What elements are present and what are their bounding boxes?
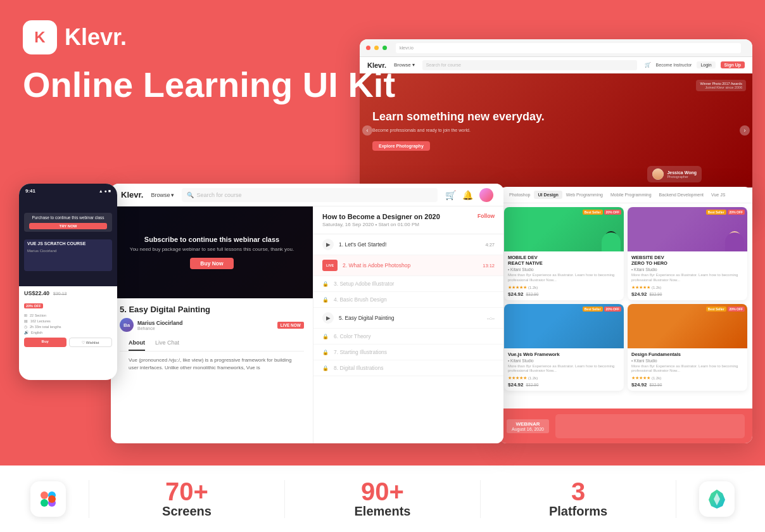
screens-stat: 70+ Screens xyxy=(104,479,269,519)
app-lesson-header: Follow How to Become a Designer on 2020 … xyxy=(313,206,503,234)
search-icon: 🔍 xyxy=(187,192,194,198)
bestseller-badge-4: Best Seller xyxy=(706,307,726,312)
buy-now-btn[interactable]: Buy Now xyxy=(190,258,233,269)
lesson-item-8[interactable]: 🔒 8. Digital Illustrations xyxy=(313,360,503,376)
screens-number: 70+ xyxy=(104,479,269,504)
mobile-price-old: $30.13 xyxy=(53,291,66,296)
app-lessons-panel: Follow How to Become a Designer on 2020 … xyxy=(313,206,503,443)
svg-point-4 xyxy=(48,495,56,503)
cart-icon[interactable]: 🛒 xyxy=(445,190,456,200)
mobile-meta-length: ◷ 2h 33m total lengths xyxy=(24,324,112,329)
lesson-item-3[interactable]: 🔒 3. Setup Adobe Illustrator xyxy=(313,276,503,292)
app-author-company: Behance xyxy=(137,326,274,331)
browser-hero-person: Jessica Wong Photographer xyxy=(647,166,702,182)
user-avatar[interactable] xyxy=(479,188,493,202)
browser-hero-award: Winner Photo 2017 Awards Joined Klevr si… xyxy=(696,80,746,91)
svg-rect-0 xyxy=(41,491,48,499)
app-browse-btn[interactable]: Browse ▾ xyxy=(151,192,174,198)
course-card-1[interactable]: Best Seller 20% OFF MOBILE DEVREACT NATI… xyxy=(504,207,624,300)
subscribe-title: Subscribe to continue this webinar class xyxy=(144,236,279,243)
cards-grid: Best Seller 20% OFF MOBILE DEVREACT NATI… xyxy=(499,203,752,395)
cards-tab-backend[interactable]: Backend Development xyxy=(655,191,707,199)
lesson-2-duration: 13:12 xyxy=(483,263,495,269)
elements-stat: 90+ Elements xyxy=(300,479,465,519)
divider-2 xyxy=(284,480,285,518)
card-4-badges: Best Seller 20% OFF xyxy=(706,307,745,312)
card-1-price-value: $24.92 xyxy=(508,291,523,297)
app-follow-btn[interactable]: Follow xyxy=(477,213,495,219)
browser-nav: Klevr. Browse ▾ Search for course 🛒 Beco… xyxy=(360,57,752,73)
course-card-4[interactable]: Best Seller 20% OFF Design Fundamentals … xyxy=(628,304,747,391)
subscribe-desc: You need buy package webinar to see full… xyxy=(130,246,294,253)
mobile-course-name: VUE JS SCRATCH COURSE xyxy=(24,239,112,248)
browser-search-bar[interactable]: Search for course xyxy=(422,60,637,70)
figma-logo-section xyxy=(23,481,73,517)
card-3-author: ▪ Kitani Studio xyxy=(508,358,620,363)
tab-live-chat[interactable]: Live Chat xyxy=(155,336,179,351)
notification-icon[interactable]: 🔔 xyxy=(462,190,473,200)
bestseller-badge-3: Best Seller xyxy=(583,307,603,312)
cards-tabs: Photoshop UI Design Web Programming Mobi… xyxy=(499,187,752,203)
browser-browse-btn[interactable]: Browse ▾ xyxy=(394,62,415,68)
craft-icon xyxy=(699,481,735,517)
lesson-item-5[interactable]: ▶ 5. Easy Digital Painting --:-- xyxy=(313,308,503,329)
cards-tab-mobile[interactable]: Mobile Programming xyxy=(607,191,655,199)
card-4-body: Design Fundamentals ▪ Kitani Studio More… xyxy=(628,348,747,391)
lesson-item-6[interactable]: 🔒 6. Color Theory xyxy=(313,329,503,345)
lesson-4-lock-icon: 🔒 xyxy=(322,297,329,303)
browser-explore-btn[interactable]: Explore Photography xyxy=(372,141,430,151)
mobile-price-section: US$22.40 $30.13 xyxy=(24,290,112,296)
cards-tab-web-programming[interactable]: Web Programming xyxy=(562,191,607,199)
card-4-author: ▪ Kitani Studio xyxy=(631,358,743,363)
app-search-placeholder: Search for course xyxy=(196,192,241,198)
lesson-item-2[interactable]: LIVE 2. What is Adobe Photoshop 13:12 xyxy=(313,255,503,276)
mobile-wishlist-btn[interactable]: ♡ Wishlist xyxy=(69,338,113,347)
app-author-row: Ba Marius Ciocirland Behance LIVE NOW xyxy=(120,318,304,332)
course-card-3[interactable]: Best Seller 20% OFF Vue.js Web Framework… xyxy=(504,304,624,391)
lesson-7-lock-icon: 🔒 xyxy=(322,350,329,355)
subscribe-overlay: Subscribe to continue this webinar class… xyxy=(111,206,313,298)
browser-signup-btn[interactable]: Sign Up xyxy=(721,61,745,68)
card-1-old-price: $32.90 xyxy=(526,292,538,296)
browser-prev-btn[interactable]: ‹ xyxy=(362,125,372,136)
lesson-item-1[interactable]: ▶ 1. Let's Get Started! 4:27 xyxy=(313,234,503,255)
card-4-old-price: $32.90 xyxy=(649,383,662,387)
browser-hero-text: Learn something new everyday. Become pro… xyxy=(372,110,545,151)
card-1-body: MOBILE DEVREACT NATIVE ▪ Kitani Studio M… xyxy=(504,251,624,300)
card-2-thumb: Best Seller 20% OFF xyxy=(628,207,747,251)
app-nav: Klevr. Browse ▾ 🔍 Search for course 🛒 🔔 xyxy=(111,184,503,206)
mobile-buy-now-btn[interactable]: TRY NOW xyxy=(29,223,107,229)
app-mockup: Klevr. Browse ▾ 🔍 Search for course 🛒 🔔 xyxy=(111,184,503,443)
app-left-panel: Subscribe to continue this webinar class… xyxy=(111,206,313,443)
cards-tab-vue[interactable]: Vue JS xyxy=(707,191,729,199)
mobile-purchase-text: Purchase to continue this webinar class xyxy=(29,215,107,220)
browser-login-btn[interactable]: Login xyxy=(697,61,715,68)
webinar-label: WEBINAR August 16, 2020 xyxy=(507,419,549,433)
lesson-item-7[interactable]: 🔒 7. Starting Illustrations xyxy=(313,345,503,360)
browser-search-text: Search for course xyxy=(426,63,461,67)
browser-person-name: Jessica Wong xyxy=(667,170,697,175)
mobile-status-time: 9:41 xyxy=(25,188,35,194)
mobile-video-content: Purchase to continue this webinar class … xyxy=(19,198,117,286)
tab-about[interactable]: About xyxy=(129,336,145,351)
cards-tab-ui-design[interactable]: UI Design xyxy=(534,191,562,199)
app-author-info: Marius Ciocirland Behance xyxy=(137,320,274,331)
bestseller-badge-2: Best Seller xyxy=(706,210,726,215)
browser-hero-subtitle: Become professionals and ready to join t… xyxy=(372,128,545,132)
card-3-thumb: Best Seller 20% OFF xyxy=(504,304,624,348)
mobile-buy-btn[interactable]: Buy xyxy=(24,338,66,347)
figma-icon xyxy=(30,481,66,517)
card-1-desc: More than 8yr Experience as Illustrator.… xyxy=(508,273,620,283)
card-4-title: Design Fundamentals xyxy=(631,352,743,357)
app-search-bar[interactable]: 🔍 Search for course xyxy=(182,188,438,202)
cards-tab-photoshop[interactable]: Photoshop xyxy=(505,191,534,199)
lesson-item-4[interactable]: 🔒 4. Basic Brush Design xyxy=(313,292,503,308)
lesson-8-lock-icon: 🔒 xyxy=(322,365,329,371)
card-1-title: MOBILE DEVREACT NATIVE xyxy=(508,255,620,266)
lesson-1-duration: 4:27 xyxy=(485,242,495,248)
browser-next-btn[interactable]: › xyxy=(740,125,750,136)
lesson-6-name: 6. Color Theory xyxy=(334,333,495,339)
course-card-2[interactable]: Best Seller 20% OFF WEBSITE DEVZERO TO H… xyxy=(628,207,747,300)
browser-award-subtext: Joined Klevr since 2006 xyxy=(700,86,742,89)
webinar-strip: WEBINAR August 16, 2020 xyxy=(499,408,752,443)
